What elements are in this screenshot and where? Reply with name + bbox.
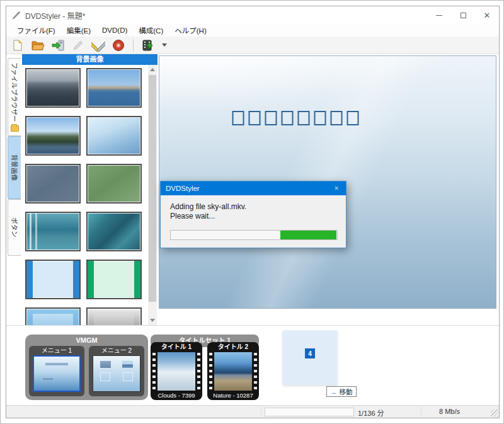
placeholder-square (265, 111, 277, 125)
statusbar-progress-well (265, 408, 354, 416)
burn-button[interactable] (111, 38, 126, 53)
open-project-button[interactable] (30, 38, 45, 53)
disc-title-placeholder[interactable] (232, 111, 359, 125)
statusbar-duration: 1/136 分 (358, 408, 384, 418)
scrollbar-thumb[interactable] (149, 75, 156, 302)
scroll-down-button[interactable] (148, 316, 157, 325)
placeholder-square (249, 111, 261, 125)
close-icon: ✕ (484, 11, 491, 20)
statusbar-bitrate: 8 Mb/s (439, 408, 460, 415)
tab-buttons[interactable]: ボタン (8, 199, 21, 256)
add-film-icon (141, 39, 155, 52)
dialog-close-button[interactable]: × (327, 184, 346, 193)
menubar: ファイル(F) 編集(E) DVD(D) 構成(C) ヘルプ(H) (6, 24, 499, 37)
menu-1-item[interactable]: メニュー 1 (29, 346, 84, 396)
scroll-up-icon (150, 68, 155, 71)
project-strip: VMGM メニュー 1 メニュー 2 タイトルセ (6, 325, 499, 406)
settings-button[interactable] (91, 38, 106, 53)
menu-1-thumbnail (33, 355, 81, 392)
background-thumbnail[interactable] (25, 164, 81, 203)
window-title: DVDStyler - 無題* (25, 10, 85, 21)
menu-2-item[interactable]: メニュー 2 (89, 346, 144, 396)
menu-configuration[interactable]: 構成(C) (133, 24, 169, 37)
title-2-item[interactable]: タイトル 2 Nature - 10287 (207, 342, 259, 400)
panel-scrollbar[interactable] (148, 65, 157, 325)
toolbar (6, 37, 499, 54)
background-thumbnail[interactable] (86, 116, 142, 156)
menu-2-label: メニュー 2 (89, 346, 144, 355)
drag-move-tooltip: → 移動 (326, 386, 357, 397)
background-thumbnail[interactable] (86, 68, 142, 108)
placeholder-square (282, 111, 294, 125)
new-project-button[interactable] (10, 38, 25, 53)
background-thumbnail[interactable] (86, 164, 142, 203)
titlebar: DVDStyler - 無題* ✕ (6, 6, 499, 24)
title-2-thumbnail (214, 352, 252, 391)
progress-segment (280, 231, 336, 239)
background-thumbnail[interactable] (25, 212, 81, 251)
placeholder-square (314, 111, 326, 125)
scroll-up-button[interactable] (148, 65, 157, 74)
maximize-button[interactable] (451, 6, 475, 24)
tab-backgrounds[interactable]: 背景画像 (8, 136, 21, 199)
maximize-icon (461, 13, 466, 18)
scroll-down-icon (150, 319, 155, 322)
resize-grip[interactable] (491, 410, 498, 417)
vmgm-group: VMGM メニュー 1 メニュー 2 (25, 335, 148, 400)
statusbar-separator (421, 408, 421, 416)
background-thumbnail-list (21, 65, 147, 325)
menu-1-label: メニュー 1 (29, 346, 84, 355)
background-thumbnail[interactable] (25, 307, 81, 325)
tools-icon (91, 39, 105, 52)
placeholder-square (331, 111, 343, 125)
backgrounds-panel-header: 背景画像 (22, 54, 158, 65)
menu-edit[interactable]: 編集(E) (61, 24, 96, 37)
titleset-group: タイトルセット 1 タイトル 1 Clouds - 7399 タイトル 2 Na… (151, 335, 259, 400)
toolbar-separator (133, 39, 134, 52)
background-thumbnail[interactable] (25, 260, 81, 299)
dialog-message-line1: Adding file sky-all.mkv. (170, 202, 246, 211)
minimize-button[interactable] (427, 6, 451, 24)
add-file-button[interactable] (140, 38, 156, 53)
move-tooltip-text: 移動 (340, 387, 353, 396)
title-1-caption: Clouds - 7399 (151, 391, 202, 400)
burn-disc-icon (112, 39, 125, 52)
minimize-icon (436, 15, 442, 16)
folder-icon (11, 125, 19, 132)
tab-file-browser[interactable]: ファイルブラウザー (8, 58, 21, 136)
title-1-label: タイトル 1 (151, 342, 202, 352)
progress-bar (170, 230, 338, 240)
save-import-icon (51, 39, 65, 52)
background-thumbnail[interactable] (25, 68, 81, 108)
title-2-caption: Nature - 10287 (207, 391, 259, 400)
film-sprockets-icon (209, 353, 212, 390)
background-thumbnail[interactable] (86, 260, 142, 299)
add-file-dropdown-arrow[interactable] (162, 43, 167, 47)
background-thumbnail[interactable] (25, 116, 81, 156)
edit-button[interactable] (71, 38, 86, 53)
statusbar-separator (261, 408, 261, 416)
app-logo-icon (11, 10, 21, 20)
move-arrow-icon: → (330, 388, 337, 396)
background-thumbnail[interactable] (86, 307, 142, 325)
app-window: DVDStyler - 無題* ✕ ファイル(F) 編集(E) DVD(D) 構… (6, 6, 500, 418)
save-project-button[interactable] (50, 38, 66, 53)
menu-2-thumbnail (93, 355, 140, 392)
placeholder-square (347, 111, 359, 125)
dialog-titlebar: DVDStyler × (161, 181, 346, 195)
sidebar-tabstrip: ファイルブラウザー 背景画像 ボタン (6, 55, 21, 324)
menu-help[interactable]: ヘルプ(H) (169, 24, 212, 37)
title-1-item[interactable]: タイトル 1 Clouds - 7399 (151, 342, 202, 400)
new-document-icon (11, 39, 24, 52)
dialog-message-line2: Please wait... (170, 212, 215, 221)
menu-file[interactable]: ファイル(F) (11, 24, 61, 37)
film-sprockets-icon (197, 353, 200, 390)
drag-ghost: 4 (283, 331, 337, 385)
edit-pencil-icon (72, 39, 84, 52)
menu-dvd[interactable]: DVD(D) (96, 25, 133, 35)
close-button[interactable]: ✕ (475, 6, 499, 24)
background-thumbnail[interactable] (86, 212, 142, 251)
drag-count-badge: 4 (305, 348, 315, 358)
placeholder-square (298, 111, 310, 125)
open-folder-icon (31, 39, 45, 52)
